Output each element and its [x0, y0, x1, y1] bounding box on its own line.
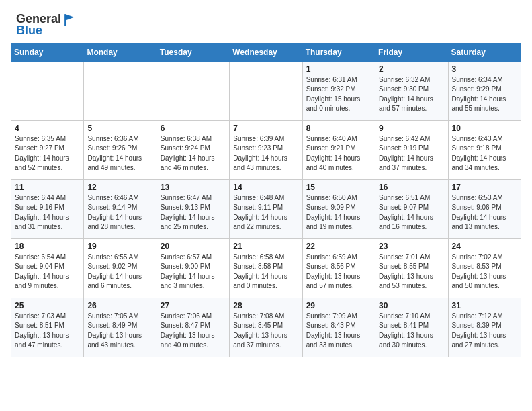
- calendar-table: SundayMondayTuesdayWednesdayThursdayFrid…: [11, 43, 521, 357]
- calendar-cell: 9Sunrise: 6:42 AMSunset: 9:19 PMDaylight…: [375, 120, 448, 179]
- day-info: Sunrise: 7:12 AMSunset: 8:39 PMDaylight:…: [452, 312, 517, 351]
- day-info: Sunrise: 6:34 AMSunset: 9:29 PMDaylight:…: [452, 75, 517, 114]
- day-number: 10: [452, 124, 517, 133]
- day-info: Sunrise: 6:46 AMSunset: 9:14 PMDaylight:…: [87, 193, 152, 232]
- calendar-cell: 26Sunrise: 7:05 AMSunset: 8:49 PMDayligh…: [84, 298, 157, 357]
- calendar-cell: 22Sunrise: 6:59 AMSunset: 8:56 PMDayligh…: [302, 238, 375, 298]
- calendar-cell: 6Sunrise: 6:38 AMSunset: 9:24 PMDaylight…: [157, 120, 229, 179]
- calendar-cell: [230, 61, 302, 120]
- day-number: 14: [233, 183, 298, 192]
- day-number: 18: [15, 242, 80, 251]
- calendar-cell: 1Sunrise: 6:31 AMSunset: 9:32 PMDaylight…: [302, 61, 375, 120]
- calendar-cell: 4Sunrise: 6:35 AMSunset: 9:27 PMDaylight…: [11, 120, 84, 179]
- calendar-cell: 21Sunrise: 6:58 AMSunset: 8:58 PMDayligh…: [230, 238, 302, 298]
- calendar-cell: 29Sunrise: 7:09 AMSunset: 8:43 PMDayligh…: [302, 298, 375, 357]
- day-number: 9: [379, 124, 444, 133]
- day-number: 19: [87, 242, 152, 251]
- day-info: Sunrise: 6:58 AMSunset: 8:58 PMDaylight:…: [233, 253, 298, 291]
- calendar-cell: 23Sunrise: 7:01 AMSunset: 8:55 PMDayligh…: [375, 238, 448, 298]
- day-info: Sunrise: 6:59 AMSunset: 8:56 PMDaylight:…: [306, 253, 371, 291]
- calendar-cell: [11, 61, 84, 120]
- calendar-wrapper: SundayMondayTuesdayWednesdayThursdayFrid…: [0, 43, 532, 368]
- calendar-cell: 25Sunrise: 7:03 AMSunset: 8:51 PMDayligh…: [11, 298, 84, 357]
- day-number: 27: [161, 301, 226, 310]
- calendar-header-row: SundayMondayTuesdayWednesdayThursdayFrid…: [11, 43, 521, 61]
- calendar-cell: 14Sunrise: 6:48 AMSunset: 9:11 PMDayligh…: [230, 179, 302, 238]
- day-number: 1: [306, 64, 371, 74]
- day-number: 26: [87, 301, 152, 310]
- day-number: 24: [452, 242, 517, 251]
- day-number: 11: [15, 183, 80, 192]
- weekday-header: Tuesday: [157, 43, 229, 61]
- day-number: 13: [161, 183, 226, 192]
- calendar-cell: 15Sunrise: 6:50 AMSunset: 9:09 PMDayligh…: [302, 179, 375, 238]
- calendar-cell: 31Sunrise: 7:12 AMSunset: 8:39 PMDayligh…: [448, 298, 521, 357]
- day-number: 21: [233, 242, 298, 251]
- weekday-header: Monday: [84, 43, 157, 61]
- day-number: 12: [87, 183, 152, 192]
- calendar-cell: 28Sunrise: 7:08 AMSunset: 8:45 PMDayligh…: [230, 298, 302, 357]
- calendar-cell: 7Sunrise: 6:39 AMSunset: 9:23 PMDaylight…: [230, 120, 302, 179]
- calendar-week-row: 1Sunrise: 6:31 AMSunset: 9:32 PMDaylight…: [11, 61, 521, 120]
- day-info: Sunrise: 7:03 AMSunset: 8:51 PMDaylight:…: [15, 312, 80, 351]
- day-info: Sunrise: 6:55 AMSunset: 9:02 PMDaylight:…: [87, 253, 152, 291]
- day-info: Sunrise: 6:35 AMSunset: 9:27 PMDaylight:…: [15, 134, 80, 173]
- calendar-week-row: 4Sunrise: 6:35 AMSunset: 9:27 PMDaylight…: [11, 120, 521, 179]
- day-info: Sunrise: 6:36 AMSunset: 9:26 PMDaylight:…: [87, 134, 152, 173]
- logo-icon: [62, 12, 77, 27]
- day-info: Sunrise: 6:53 AMSunset: 9:06 PMDaylight:…: [452, 193, 517, 232]
- day-number: 30: [379, 301, 444, 310]
- calendar-week-row: 11Sunrise: 6:44 AMSunset: 9:16 PMDayligh…: [11, 179, 521, 238]
- logo-blue-text: Blue: [16, 24, 42, 37]
- calendar-cell: [157, 61, 229, 120]
- day-number: 31: [452, 301, 517, 310]
- calendar-cell: 10Sunrise: 6:43 AMSunset: 9:18 PMDayligh…: [448, 120, 521, 179]
- day-info: Sunrise: 7:02 AMSunset: 8:53 PMDaylight:…: [452, 253, 517, 291]
- day-info: Sunrise: 6:48 AMSunset: 9:11 PMDaylight:…: [233, 193, 298, 232]
- day-info: Sunrise: 7:10 AMSunset: 8:41 PMDaylight:…: [379, 312, 444, 351]
- day-number: 3: [452, 64, 517, 74]
- day-info: Sunrise: 6:43 AMSunset: 9:18 PMDaylight:…: [452, 134, 517, 173]
- day-number: 4: [15, 124, 80, 133]
- calendar-cell: 30Sunrise: 7:10 AMSunset: 8:41 PMDayligh…: [375, 298, 448, 357]
- day-info: Sunrise: 6:50 AMSunset: 9:09 PMDaylight:…: [306, 193, 371, 232]
- day-number: 23: [379, 242, 444, 251]
- calendar-cell: 16Sunrise: 6:51 AMSunset: 9:07 PMDayligh…: [375, 179, 448, 238]
- day-number: 15: [306, 183, 371, 192]
- day-number: 7: [233, 124, 298, 133]
- day-info: Sunrise: 6:54 AMSunset: 9:04 PMDaylight:…: [15, 253, 80, 291]
- calendar-cell: 11Sunrise: 6:44 AMSunset: 9:16 PMDayligh…: [11, 179, 84, 238]
- day-info: Sunrise: 6:40 AMSunset: 9:21 PMDaylight:…: [306, 134, 371, 173]
- weekday-header: Thursday: [302, 43, 375, 61]
- day-number: 29: [306, 301, 371, 310]
- weekday-header: Friday: [375, 43, 448, 61]
- logo: General Blue: [16, 12, 77, 38]
- calendar-cell: 3Sunrise: 6:34 AMSunset: 9:29 PMDaylight…: [448, 61, 521, 120]
- calendar-cell: 27Sunrise: 7:06 AMSunset: 8:47 PMDayligh…: [157, 298, 229, 357]
- day-number: 2: [379, 64, 444, 74]
- svg-marker-0: [66, 14, 75, 20]
- day-info: Sunrise: 6:47 AMSunset: 9:13 PMDaylight:…: [161, 193, 226, 232]
- day-number: 28: [233, 301, 298, 310]
- calendar-week-row: 25Sunrise: 7:03 AMSunset: 8:51 PMDayligh…: [11, 298, 521, 357]
- page-header: General Blue: [0, 0, 532, 43]
- calendar-cell: 17Sunrise: 6:53 AMSunset: 9:06 PMDayligh…: [448, 179, 521, 238]
- day-info: Sunrise: 6:57 AMSunset: 9:00 PMDaylight:…: [161, 253, 226, 291]
- day-info: Sunrise: 6:31 AMSunset: 9:32 PMDaylight:…: [306, 75, 371, 114]
- weekday-header: Sunday: [11, 43, 84, 61]
- day-number: 22: [306, 242, 371, 251]
- calendar-cell: 8Sunrise: 6:40 AMSunset: 9:21 PMDaylight…: [302, 120, 375, 179]
- day-info: Sunrise: 6:51 AMSunset: 9:07 PMDaylight:…: [379, 193, 444, 232]
- calendar-cell: 19Sunrise: 6:55 AMSunset: 9:02 PMDayligh…: [84, 238, 157, 298]
- weekday-header: Saturday: [448, 43, 521, 61]
- svg-rect-1: [64, 14, 66, 26]
- day-number: 6: [161, 124, 226, 133]
- day-info: Sunrise: 6:42 AMSunset: 9:19 PMDaylight:…: [379, 134, 444, 173]
- day-info: Sunrise: 6:39 AMSunset: 9:23 PMDaylight:…: [233, 134, 298, 173]
- day-info: Sunrise: 6:38 AMSunset: 9:24 PMDaylight:…: [161, 134, 226, 173]
- day-number: 8: [306, 124, 371, 133]
- calendar-cell: 13Sunrise: 6:47 AMSunset: 9:13 PMDayligh…: [157, 179, 229, 238]
- day-number: 16: [379, 183, 444, 192]
- calendar-cell: 20Sunrise: 6:57 AMSunset: 9:00 PMDayligh…: [157, 238, 229, 298]
- calendar-cell: 12Sunrise: 6:46 AMSunset: 9:14 PMDayligh…: [84, 179, 157, 238]
